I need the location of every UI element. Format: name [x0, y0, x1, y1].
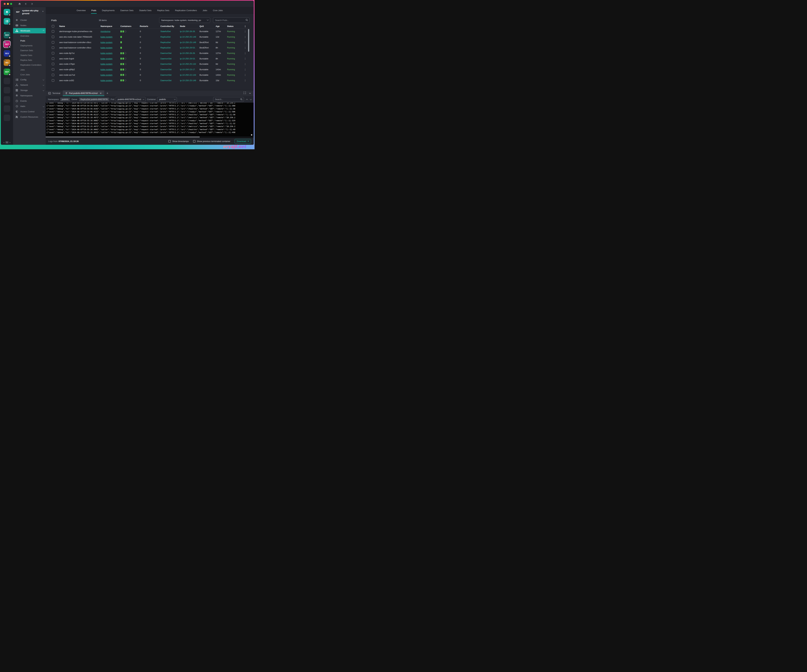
tab-daemon-sets[interactable]: Daemon Sets [120, 7, 134, 14]
column-header-status[interactable]: Status [227, 25, 243, 27]
sidebar-item-cron-jobs[interactable]: Cron Jobs [13, 72, 46, 77]
logs-horizontal-scrollbar[interactable] [46, 136, 254, 138]
row-menu-icon[interactable]: ⋮ [243, 30, 247, 33]
controlled-by-link[interactable]: DaemonSet [160, 74, 171, 76]
sidebar-item-cluster[interactable]: ☸Cluster [13, 17, 46, 23]
table-row[interactable]: alertmanager-kube-prometheus-stamonitori… [51, 29, 249, 34]
node-link[interactable]: ip-10-250-22-133 [180, 74, 196, 76]
node-link[interactable]: ip-10-250-25-149 [180, 41, 196, 43]
column-header-name[interactable]: Name [59, 25, 101, 27]
namespace-link[interactable]: kube-system [101, 74, 113, 76]
dock-tab-terminal[interactable]: Terminal [46, 90, 63, 96]
rail-tile[interactable]: SED☸ [4, 32, 10, 38]
column-header-containers[interactable]: Containers [120, 25, 140, 27]
sidebar-item-replica-sets[interactable]: Replica Sets [13, 58, 46, 63]
tab-cron-jobs[interactable]: Cron Jobs [213, 7, 223, 14]
tab-deployments[interactable]: Deployments [102, 7, 115, 14]
row-checkbox[interactable] [51, 36, 59, 38]
sidebar-item-deployments[interactable]: Deployments [13, 43, 46, 48]
controlled-by-link[interactable]: ReplicaSet [160, 41, 171, 43]
show-previous-checkbox[interactable]: Show previous terminated container [193, 140, 230, 143]
rail-tile[interactable]: SEI☸ [4, 60, 10, 66]
row-menu-icon[interactable]: ⋮ [243, 52, 247, 55]
namespace-link[interactable]: kube-system [101, 36, 113, 38]
sidebar-item-daemon-sets[interactable]: Daemon Sets [13, 48, 46, 53]
rail-home-button[interactable]: ⚙ [3, 8, 11, 16]
node-link[interactable]: ip-10-250-28-26. [180, 52, 196, 55]
logs-search-input[interactable] [213, 97, 244, 102]
row-menu-icon[interactable]: ⋮ [243, 46, 247, 49]
home-icon[interactable] [18, 3, 21, 5]
sidebar-item-pods[interactable]: Pods [13, 38, 46, 43]
controlled-by-link[interactable]: ReplicaSet [160, 36, 171, 38]
rail-cluster-sed-2[interactable]: SED☸ [3, 31, 11, 39]
table-row[interactable]: aws-load-balancer-controller-cfbcckube-s… [51, 45, 249, 50]
table-row[interactable]: aws-load-balancer-controller-cfbcckube-s… [51, 40, 249, 45]
sidebar-item-jobs[interactable]: Jobs [13, 67, 46, 72]
namespace-link[interactable]: kube-system [101, 68, 113, 71]
row-checkbox[interactable] [51, 52, 59, 55]
sidebar-item-helm[interactable]: Helm [13, 104, 46, 109]
collapse-dock-icon[interactable] [249, 92, 251, 95]
sidebar-item-namespaces[interactable]: Namespaces [13, 93, 46, 98]
rail-tile[interactable]: ⚙ [4, 9, 10, 15]
namespace-link[interactable]: kube-system [101, 79, 113, 82]
controlled-by-link[interactable]: DaemonSet [160, 79, 171, 82]
rail-tile[interactable]: SES☸ [4, 50, 10, 56]
tab-pods[interactable]: Pods [91, 7, 97, 14]
sidebar-item-config[interactable]: Config [13, 77, 46, 82]
page-prev-icon[interactable]: ◂ [3, 141, 4, 143]
rail-tile[interactable]: SEP☸ [4, 69, 10, 75]
sidebar-item-replication-controllers[interactable]: Replication Controllers [13, 63, 46, 67]
row-checkbox[interactable] [51, 46, 59, 49]
column-header-node[interactable]: Node [180, 25, 199, 27]
table-row[interactable]: aws-node-q99p2kube-system0DaemonSetip-10… [51, 67, 249, 72]
row-menu-icon[interactable]: ⋮ [243, 41, 247, 43]
node-link[interactable]: ip-10-250-25-149 [180, 79, 196, 82]
namespace-link[interactable]: kube-system [101, 52, 113, 55]
page-number[interactable]: 1 [5, 141, 8, 143]
controlled-by-link[interactable]: DaemonSet [160, 52, 171, 55]
tab-stateful-sets[interactable]: Stateful Sets [139, 7, 152, 14]
row-menu-icon[interactable]: ⋮ [243, 36, 247, 38]
sidebar-item-network[interactable]: Network [13, 82, 46, 88]
pod-select[interactable]: podinfo-6f4579f7f9-m2mzl [116, 97, 146, 102]
column-header-namespace[interactable]: Namespace [101, 25, 120, 27]
namespace-link[interactable]: kube-system [101, 41, 113, 43]
tab-replica-sets[interactable]: Replica Sets [157, 7, 170, 14]
tab-overview[interactable]: Overview [76, 7, 86, 14]
cluster-switcher[interactable]: SEP system-eks-playground ▼ [13, 7, 46, 17]
row-menu-icon[interactable]: ⋮ [243, 74, 247, 76]
row-checkbox[interactable] [51, 58, 59, 60]
node-link[interactable]: ip-10-250-28-26. [180, 30, 196, 33]
row-checkbox[interactable] [51, 68, 59, 71]
table-row[interactable]: aws-node-n7bpnkube-system0DaemonSetip-10… [51, 61, 249, 67]
namespace-link[interactable]: kube-system [101, 63, 113, 65]
minimize-window-icon[interactable] [7, 3, 9, 5]
new-tab-button[interactable]: + [104, 90, 111, 96]
maximize-window-icon[interactable] [10, 3, 12, 5]
sidebar-item-events[interactable]: Events [13, 98, 46, 104]
rail-cluster-sei-5[interactable]: SEI☸ [3, 59, 11, 66]
tab-replication-controllers[interactable]: Replication Controllers [175, 7, 198, 14]
rail-catalog-button[interactable]: ⚙ [3, 18, 11, 25]
search-prev-icon[interactable] [246, 99, 248, 101]
row-checkbox[interactable] [51, 74, 59, 76]
node-link[interactable]: ip-10-250-29-53. [180, 46, 196, 49]
table-row[interactable]: aws-node-8p7xzkube-system0DaemonSetip-10… [51, 50, 249, 56]
row-menu-icon[interactable]: ⋮ [243, 68, 247, 71]
log-output[interactable]: {"level":"debug","ts":"2024-08-07T19:54:… [46, 103, 254, 138]
rail-tile[interactable]: SEP☸ [4, 41, 10, 47]
row-menu-icon[interactable]: ⋮ [243, 57, 247, 60]
rail-cluster-sep-6[interactable]: SEP☸ [3, 68, 11, 76]
node-link[interactable]: ip-10-250-25-132 [180, 63, 196, 65]
row-menu-icon[interactable]: ⋮ [243, 79, 247, 82]
sidebar-item-stateful-sets[interactable]: Stateful Sets [13, 53, 46, 58]
search-next-icon[interactable] [250, 98, 252, 100]
column-header-controlled-by[interactable]: Controlled By [160, 25, 180, 27]
table-row[interactable]: aws-eks-node-role-label-7f59dcb45kube-sy… [51, 34, 249, 40]
sidebar-item-overview[interactable]: Overview [13, 33, 46, 38]
rail-cluster-sep-3[interactable]: SEP☸ [3, 40, 11, 48]
namespace-link[interactable]: kube-system [101, 58, 113, 60]
controlled-by-link[interactable]: ReplicaSet [160, 46, 171, 49]
